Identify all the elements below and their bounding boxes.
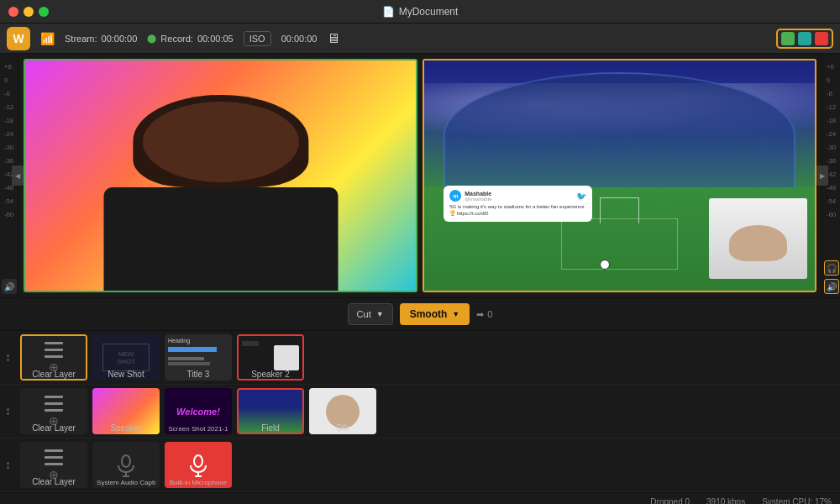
tweet-handle: @mashable — [465, 197, 491, 202]
smooth-label: Smooth — [410, 308, 448, 320]
tweet-avatar: m — [449, 190, 461, 202]
scene-item-speaker[interactable]: Speaker — [92, 388, 160, 434]
scene-label-system-audio: System Audio Capti — [92, 479, 160, 486]
wifi-icon: 📶 — [40, 32, 55, 45]
scene-label-clear-layer-2: Clear Layer — [20, 423, 87, 433]
vu-meter-left: +6 0 -6 -12 -18 -24 -30 -36 -42 -48 -54 … — [0, 54, 18, 297]
vu-labels-right: +6 0 -6 -12 -18 -24 -30 -36 -42 -48 -54 … — [827, 57, 837, 222]
minimize-button[interactable] — [24, 7, 34, 17]
scene-label-title3: Title 3 — [165, 370, 232, 379]
scene-item-new-shot[interactable]: NEWSHOT New Shot — [92, 334, 160, 381]
preview-right[interactable]: m Mashable @mashable 🐦 5G is making it's… — [423, 59, 816, 292]
row-handle-2 — [7, 408, 15, 415]
tweet-name: Mashable — [465, 191, 491, 197]
collapse-right-button[interactable]: ▶ — [816, 165, 828, 186]
smooth-chevron-icon: ▼ — [452, 310, 459, 318]
scene-label-clear-layer-1: Clear Layer — [20, 370, 87, 379]
status-bar: Dropped 0 3910 kbps System CPU: 17% — [0, 492, 840, 504]
record-label: Record: — [160, 34, 193, 44]
stream-label: Stream: — [65, 34, 97, 44]
toolbar: W 📶 Stream: 00:00:00 ⬤ Record: 00:00:05 … — [0, 24, 840, 54]
scene-item-clear-layer-2[interactable]: ⊕ Clear Layer — [20, 388, 87, 434]
scene-label-clear-layer-3: Clear Layer — [20, 477, 87, 486]
scene-label-speaker2: Speaker 2 — [237, 370, 304, 379]
scene-row-2: ⊕ Clear Layer Speaker Welcome! Screen Sh… — [0, 385, 840, 438]
headphone-right-button[interactable]: 🎧 — [824, 260, 839, 276]
transition-counter: 0 — [487, 309, 492, 319]
close-button[interactable] — [8, 7, 18, 17]
transition-arrow[interactable]: ➡ 0 — [476, 309, 492, 320]
title-bar: 📄 MyDocument — [0, 0, 840, 24]
scene-item-clear-layer-1[interactable]: ⊕ Clear Layer — [20, 334, 87, 381]
transition-bar: Cut ▼ Smooth ▼ ➡ 0 — [0, 297, 840, 331]
row-handle-1 — [7, 354, 15, 361]
collapse-left-button[interactable]: ◀ — [12, 165, 24, 186]
stream-indicator: Stream: 00:00:00 — [65, 34, 137, 44]
pip-camera — [709, 198, 806, 279]
tweet-text: 5G is making it's way to stadiums for a … — [449, 203, 586, 218]
traffic-lights — [8, 7, 49, 17]
wifi-indicator: 📶 — [40, 32, 55, 45]
vu-meter-right: +6 0 -6 -12 -18 -24 -30 -36 -42 -48 -54 … — [822, 54, 840, 297]
app-logo[interactable]: W — [7, 27, 30, 50]
scene-label-dfk: Dfk — [309, 423, 376, 433]
main-area: +6 0 -6 -12 -18 -24 -30 -36 -42 -48 -54 … — [0, 54, 840, 297]
scene-label-screenshot: Screen Shot 2021-1 — [165, 425, 232, 433]
iso-time: 00:00:00 — [281, 34, 318, 44]
tweet-overlay: m Mashable @mashable 🐦 5G is making it's… — [444, 186, 592, 222]
iso-label-btn[interactable]: ISO — [244, 31, 271, 46]
scene-row-3: ⊕ Clear Layer System Audio Capti — [0, 438, 840, 492]
document-icon: 📄 — [382, 6, 395, 18]
window-title: 📄 MyDocument — [382, 6, 459, 18]
scene-label-field: Field — [237, 423, 304, 433]
scene-item-speaker2[interactable]: Speaker 2 — [237, 334, 304, 381]
audio-left-button[interactable]: 🔊 — [2, 279, 17, 294]
svg-point-0 — [122, 455, 130, 467]
cut-select[interactable]: Cut ▼ — [348, 303, 393, 325]
stream-time: 00:00:00 — [102, 34, 138, 44]
twitter-icon: 🐦 — [576, 192, 586, 201]
scenes-area: ⊕ Clear Layer NEWSHOT New Shot Headin — [0, 331, 840, 492]
cpu-status: System CPU: 17% — [762, 497, 832, 504]
preview-left[interactable] — [24, 59, 417, 292]
vu-labels-left: +6 0 -6 -12 -18 -24 -30 -36 -42 -48 -54 … — [4, 57, 14, 222]
monitor-icon: 🖥 — [327, 31, 340, 46]
scene-label-speaker: Speaker — [92, 423, 160, 433]
scene-label-builtin-mic: Built-in Microphone — [165, 479, 232, 486]
svg-point-3 — [194, 455, 202, 467]
record-button-group — [776, 29, 833, 49]
scene-row-1: ⊕ Clear Layer NEWSHOT New Shot Headin — [0, 331, 840, 385]
record-red-button[interactable] — [815, 32, 828, 45]
audio-right-button[interactable]: 🔊 — [824, 279, 839, 294]
tweet-header: m Mashable @mashable 🐦 — [449, 190, 586, 202]
preview-left-bg — [25, 60, 416, 291]
scene-label-new-shot: New Shot — [92, 370, 160, 379]
scene-item-dfk[interactable]: Dfk — [309, 388, 376, 434]
scene-item-clear-layer-3[interactable]: ⊕ Clear Layer — [20, 442, 87, 488]
scene-item-field[interactable]: Field — [237, 388, 304, 434]
maximize-button[interactable] — [39, 7, 49, 17]
iso-indicator: 00:00:00 — [281, 34, 318, 44]
scene-item-screenshot[interactable]: Welcome! Screen Shot 2021-1 — [165, 388, 232, 434]
cut-label: Cut — [357, 309, 371, 319]
row-handle-3 — [7, 462, 15, 469]
preview-right-bg: m Mashable @mashable 🐦 5G is making it's… — [424, 60, 815, 291]
record-icon: ⬤ — [147, 34, 156, 43]
record-teal-button[interactable] — [798, 32, 811, 45]
monitor-icon-btn[interactable]: 🖥 — [327, 31, 340, 46]
pip-person-bg — [709, 198, 806, 279]
dropped-status: Dropped 0 — [650, 497, 690, 504]
record-green-button[interactable] — [781, 32, 795, 45]
record-indicator: ⬤ Record: 00:00:05 — [147, 34, 233, 44]
scene-item-system-audio[interactable]: System Audio Capti — [92, 442, 160, 488]
cut-chevron-icon: ▼ — [376, 310, 384, 318]
arrow-icon: ➡ — [476, 309, 484, 320]
smooth-button[interactable]: Smooth ▼ — [400, 303, 470, 325]
preview-area: m Mashable @mashable 🐦 5G is making it's… — [18, 54, 822, 297]
scene-item-builtin-mic[interactable]: Built-in Microphone — [165, 442, 232, 488]
bitrate-status: 3910 kbps — [706, 497, 745, 504]
scene-item-title3[interactable]: Heading Title 3 — [165, 334, 232, 381]
record-time: 00:00:05 — [197, 34, 234, 44]
